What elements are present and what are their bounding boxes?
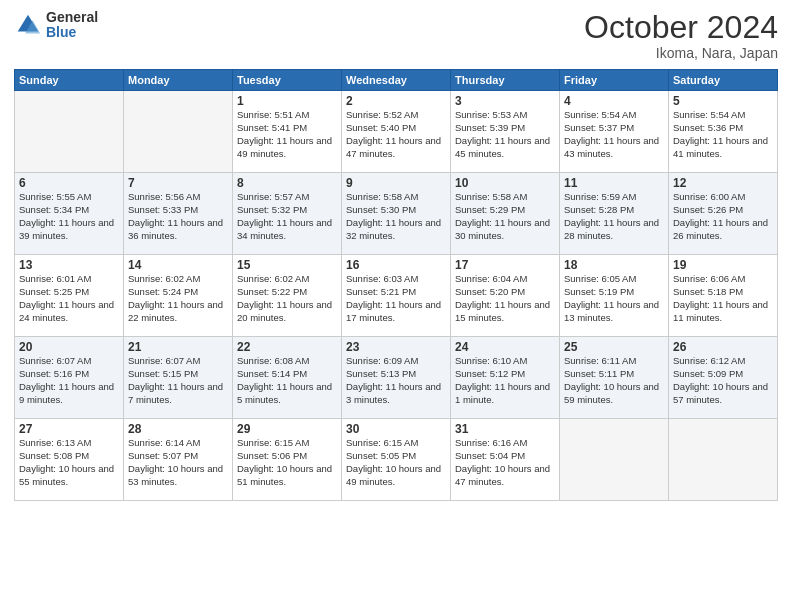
calendar-cell: 17Sunrise: 6:04 AM Sunset: 5:20 PM Dayli… <box>451 255 560 337</box>
calendar-cell: 22Sunrise: 6:08 AM Sunset: 5:14 PM Dayli… <box>233 337 342 419</box>
day-info: Sunrise: 6:15 AM Sunset: 5:05 PM Dayligh… <box>346 437 446 488</box>
day-info: Sunrise: 5:51 AM Sunset: 5:41 PM Dayligh… <box>237 109 337 160</box>
calendar-cell: 12Sunrise: 6:00 AM Sunset: 5:26 PM Dayli… <box>669 173 778 255</box>
calendar-week-2: 6Sunrise: 5:55 AM Sunset: 5:34 PM Daylig… <box>15 173 778 255</box>
day-number: 6 <box>19 176 119 190</box>
day-info: Sunrise: 5:53 AM Sunset: 5:39 PM Dayligh… <box>455 109 555 160</box>
day-info: Sunrise: 6:05 AM Sunset: 5:19 PM Dayligh… <box>564 273 664 324</box>
day-number: 4 <box>564 94 664 108</box>
calendar-cell: 9Sunrise: 5:58 AM Sunset: 5:30 PM Daylig… <box>342 173 451 255</box>
calendar-header: Sunday Monday Tuesday Wednesday Thursday… <box>15 70 778 91</box>
day-number: 16 <box>346 258 446 272</box>
col-saturday: Saturday <box>669 70 778 91</box>
calendar-cell: 1Sunrise: 5:51 AM Sunset: 5:41 PM Daylig… <box>233 91 342 173</box>
header-row: Sunday Monday Tuesday Wednesday Thursday… <box>15 70 778 91</box>
day-number: 7 <box>128 176 228 190</box>
calendar-cell: 7Sunrise: 5:56 AM Sunset: 5:33 PM Daylig… <box>124 173 233 255</box>
calendar-cell: 20Sunrise: 6:07 AM Sunset: 5:16 PM Dayli… <box>15 337 124 419</box>
day-number: 14 <box>128 258 228 272</box>
day-number: 20 <box>19 340 119 354</box>
day-info: Sunrise: 6:07 AM Sunset: 5:16 PM Dayligh… <box>19 355 119 406</box>
day-info: Sunrise: 6:07 AM Sunset: 5:15 PM Dayligh… <box>128 355 228 406</box>
day-info: Sunrise: 6:13 AM Sunset: 5:08 PM Dayligh… <box>19 437 119 488</box>
calendar-cell: 4Sunrise: 5:54 AM Sunset: 5:37 PM Daylig… <box>560 91 669 173</box>
day-number: 11 <box>564 176 664 190</box>
calendar-cell: 27Sunrise: 6:13 AM Sunset: 5:08 PM Dayli… <box>15 419 124 501</box>
calendar-cell: 10Sunrise: 5:58 AM Sunset: 5:29 PM Dayli… <box>451 173 560 255</box>
day-number: 3 <box>455 94 555 108</box>
day-number: 10 <box>455 176 555 190</box>
day-number: 31 <box>455 422 555 436</box>
calendar-cell <box>124 91 233 173</box>
calendar-cell: 15Sunrise: 6:02 AM Sunset: 5:22 PM Dayli… <box>233 255 342 337</box>
day-number: 13 <box>19 258 119 272</box>
logo-icon <box>14 11 42 39</box>
day-info: Sunrise: 6:11 AM Sunset: 5:11 PM Dayligh… <box>564 355 664 406</box>
day-number: 19 <box>673 258 773 272</box>
col-wednesday: Wednesday <box>342 70 451 91</box>
calendar-cell: 21Sunrise: 6:07 AM Sunset: 5:15 PM Dayli… <box>124 337 233 419</box>
day-info: Sunrise: 5:58 AM Sunset: 5:29 PM Dayligh… <box>455 191 555 242</box>
day-info: Sunrise: 6:09 AM Sunset: 5:13 PM Dayligh… <box>346 355 446 406</box>
day-number: 29 <box>237 422 337 436</box>
day-number: 9 <box>346 176 446 190</box>
day-number: 27 <box>19 422 119 436</box>
day-number: 15 <box>237 258 337 272</box>
day-number: 26 <box>673 340 773 354</box>
day-number: 21 <box>128 340 228 354</box>
location: Ikoma, Nara, Japan <box>584 45 778 61</box>
day-info: Sunrise: 6:16 AM Sunset: 5:04 PM Dayligh… <box>455 437 555 488</box>
calendar-week-1: 1Sunrise: 5:51 AM Sunset: 5:41 PM Daylig… <box>15 91 778 173</box>
day-number: 17 <box>455 258 555 272</box>
day-info: Sunrise: 6:00 AM Sunset: 5:26 PM Dayligh… <box>673 191 773 242</box>
calendar-table: Sunday Monday Tuesday Wednesday Thursday… <box>14 69 778 501</box>
day-info: Sunrise: 5:58 AM Sunset: 5:30 PM Dayligh… <box>346 191 446 242</box>
calendar-week-3: 13Sunrise: 6:01 AM Sunset: 5:25 PM Dayli… <box>15 255 778 337</box>
calendar-cell: 29Sunrise: 6:15 AM Sunset: 5:06 PM Dayli… <box>233 419 342 501</box>
calendar-container: General Blue October 2024 Ikoma, Nara, J… <box>0 0 792 612</box>
day-info: Sunrise: 5:52 AM Sunset: 5:40 PM Dayligh… <box>346 109 446 160</box>
calendar-cell <box>560 419 669 501</box>
logo-general: General <box>46 10 98 25</box>
calendar-week-5: 27Sunrise: 6:13 AM Sunset: 5:08 PM Dayli… <box>15 419 778 501</box>
calendar-cell: 30Sunrise: 6:15 AM Sunset: 5:05 PM Dayli… <box>342 419 451 501</box>
calendar-cell: 23Sunrise: 6:09 AM Sunset: 5:13 PM Dayli… <box>342 337 451 419</box>
day-number: 22 <box>237 340 337 354</box>
calendar-cell: 8Sunrise: 5:57 AM Sunset: 5:32 PM Daylig… <box>233 173 342 255</box>
day-number: 5 <box>673 94 773 108</box>
day-info: Sunrise: 6:06 AM Sunset: 5:18 PM Dayligh… <box>673 273 773 324</box>
day-number: 8 <box>237 176 337 190</box>
day-info: Sunrise: 6:02 AM Sunset: 5:24 PM Dayligh… <box>128 273 228 324</box>
day-info: Sunrise: 6:01 AM Sunset: 5:25 PM Dayligh… <box>19 273 119 324</box>
day-number: 12 <box>673 176 773 190</box>
calendar-cell: 2Sunrise: 5:52 AM Sunset: 5:40 PM Daylig… <box>342 91 451 173</box>
logo-text: General Blue <box>46 10 98 41</box>
day-info: Sunrise: 5:54 AM Sunset: 5:37 PM Dayligh… <box>564 109 664 160</box>
calendar-cell <box>15 91 124 173</box>
day-info: Sunrise: 6:10 AM Sunset: 5:12 PM Dayligh… <box>455 355 555 406</box>
day-number: 18 <box>564 258 664 272</box>
col-tuesday: Tuesday <box>233 70 342 91</box>
day-number: 28 <box>128 422 228 436</box>
calendar-cell: 19Sunrise: 6:06 AM Sunset: 5:18 PM Dayli… <box>669 255 778 337</box>
day-info: Sunrise: 6:08 AM Sunset: 5:14 PM Dayligh… <box>237 355 337 406</box>
calendar-cell: 3Sunrise: 5:53 AM Sunset: 5:39 PM Daylig… <box>451 91 560 173</box>
calendar-cell: 13Sunrise: 6:01 AM Sunset: 5:25 PM Dayli… <box>15 255 124 337</box>
day-number: 2 <box>346 94 446 108</box>
logo: General Blue <box>14 10 98 41</box>
calendar-week-4: 20Sunrise: 6:07 AM Sunset: 5:16 PM Dayli… <box>15 337 778 419</box>
calendar-cell: 18Sunrise: 6:05 AM Sunset: 5:19 PM Dayli… <box>560 255 669 337</box>
header: General Blue October 2024 Ikoma, Nara, J… <box>14 10 778 61</box>
calendar-cell: 5Sunrise: 5:54 AM Sunset: 5:36 PM Daylig… <box>669 91 778 173</box>
calendar-body: 1Sunrise: 5:51 AM Sunset: 5:41 PM Daylig… <box>15 91 778 501</box>
day-info: Sunrise: 6:15 AM Sunset: 5:06 PM Dayligh… <box>237 437 337 488</box>
calendar-cell: 26Sunrise: 6:12 AM Sunset: 5:09 PM Dayli… <box>669 337 778 419</box>
col-monday: Monday <box>124 70 233 91</box>
col-thursday: Thursday <box>451 70 560 91</box>
day-info: Sunrise: 5:56 AM Sunset: 5:33 PM Dayligh… <box>128 191 228 242</box>
col-friday: Friday <box>560 70 669 91</box>
calendar-cell: 14Sunrise: 6:02 AM Sunset: 5:24 PM Dayli… <box>124 255 233 337</box>
logo-blue: Blue <box>46 25 98 40</box>
day-info: Sunrise: 6:14 AM Sunset: 5:07 PM Dayligh… <box>128 437 228 488</box>
day-number: 23 <box>346 340 446 354</box>
